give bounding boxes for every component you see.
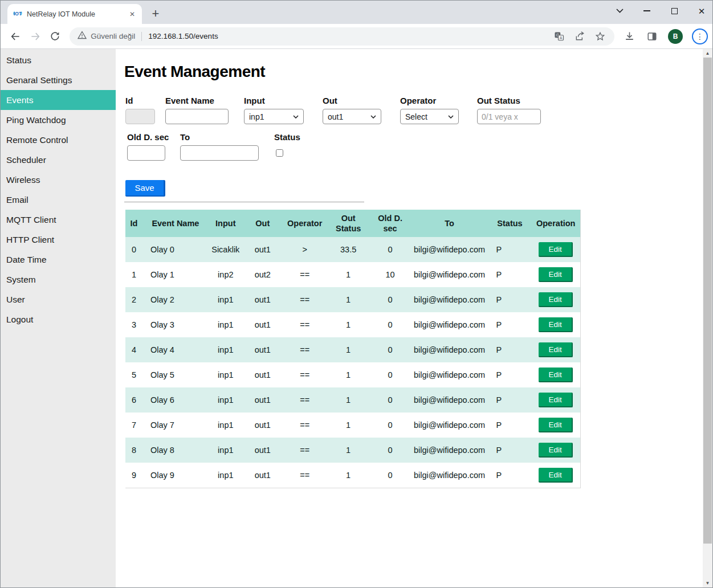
cell-event-name: Olay 9 bbox=[142, 463, 209, 488]
sidebar-item-logout[interactable]: Logout bbox=[1, 309, 116, 329]
event-name-field[interactable] bbox=[165, 109, 229, 124]
bookmark-star-icon[interactable] bbox=[594, 30, 606, 43]
edit-button[interactable]: Edit bbox=[539, 317, 573, 332]
cell-out: out1 bbox=[243, 287, 283, 312]
cell-operator: == bbox=[283, 438, 327, 463]
edit-button[interactable]: Edit bbox=[539, 342, 573, 357]
back-icon[interactable] bbox=[8, 29, 22, 44]
input-label: Input bbox=[244, 96, 304, 105]
scrollbar-down-icon[interactable]: ▼ bbox=[703, 579, 712, 587]
side-panel-icon[interactable] bbox=[645, 30, 659, 43]
minimize-button[interactable] bbox=[642, 6, 652, 16]
sidebar-item-genaral-settings[interactable]: Genaral Settings bbox=[1, 70, 116, 90]
cell-operator: == bbox=[283, 362, 327, 387]
cell-operator: == bbox=[283, 262, 327, 287]
profile-avatar[interactable]: B bbox=[668, 29, 683, 44]
sidebar-item-status[interactable]: Status bbox=[1, 50, 116, 70]
old-d-sec-field[interactable] bbox=[127, 145, 165, 161]
sidebar-item-system[interactable]: System bbox=[1, 270, 116, 289]
cell-event-name: Olay 4 bbox=[142, 337, 209, 362]
share-icon[interactable] bbox=[573, 30, 586, 43]
cell-operation: Edit bbox=[531, 287, 580, 312]
sidebar-item-user[interactable]: User bbox=[1, 289, 116, 309]
cell-out: out1 bbox=[243, 463, 283, 488]
maximize-button[interactable] bbox=[669, 6, 679, 16]
sidebar-item-date-time[interactable]: Date Time bbox=[1, 250, 116, 270]
out-select[interactable]: out1 bbox=[323, 109, 381, 124]
cell-status: P bbox=[488, 413, 532, 438]
tab-search-chevron-icon[interactable] bbox=[614, 6, 625, 16]
forward-icon[interactable] bbox=[28, 29, 42, 44]
out-label: Out bbox=[323, 96, 381, 105]
out-status-field[interactable] bbox=[477, 109, 541, 124]
sidebar-item-events[interactable]: Events bbox=[1, 90, 116, 110]
close-window-button[interactable]: ✕ bbox=[696, 6, 707, 16]
sidebar-item-ping-watchdog[interactable]: Ping Watchdog bbox=[1, 110, 116, 130]
edit-button[interactable]: Edit bbox=[539, 292, 573, 307]
edit-button[interactable]: Edit bbox=[539, 368, 573, 382]
security-label[interactable]: Güvenli değil bbox=[91, 32, 135, 40]
operator-select[interactable]: Select bbox=[400, 109, 459, 124]
sidebar-item-mqtt-client[interactable]: MQTT Client bbox=[1, 210, 116, 230]
cell-id: 7 bbox=[125, 413, 142, 438]
column-header-to: To bbox=[411, 210, 488, 237]
edit-button[interactable]: Edit bbox=[539, 242, 573, 257]
cell-operation: Edit bbox=[531, 312, 580, 337]
cell-out: out1 bbox=[243, 438, 283, 463]
cell-out: out1 bbox=[243, 387, 283, 413]
edit-button[interactable]: Edit bbox=[539, 393, 573, 407]
cell-id: 1 bbox=[125, 262, 142, 287]
cell-status: P bbox=[488, 237, 532, 262]
edit-button[interactable]: Edit bbox=[539, 468, 573, 483]
cell-out-status: 1 bbox=[327, 438, 370, 463]
status-checkbox[interactable] bbox=[276, 149, 283, 157]
cell-operation: Edit bbox=[531, 387, 580, 413]
download-icon[interactable] bbox=[622, 30, 636, 43]
out-select-value: out1 bbox=[328, 112, 343, 121]
cell-status: P bbox=[488, 362, 532, 387]
status-label: Status bbox=[274, 132, 300, 142]
cell-status: P bbox=[488, 438, 532, 463]
translate-icon[interactable]: G A bbox=[553, 30, 565, 43]
address-bar[interactable]: Güvenli değil 192.168.1.50/events G A bbox=[70, 27, 614, 46]
id-field[interactable] bbox=[125, 109, 155, 124]
reload-icon[interactable] bbox=[48, 29, 62, 44]
cell-status: P bbox=[488, 463, 532, 488]
scrollbar-up-icon[interactable]: ▲ bbox=[703, 49, 712, 58]
cell-id: 9 bbox=[125, 463, 142, 488]
scrollbar-thumb[interactable] bbox=[703, 58, 712, 544]
edit-button[interactable]: Edit bbox=[539, 418, 573, 432]
edit-button[interactable]: Edit bbox=[539, 443, 573, 458]
chevron-down-icon bbox=[370, 115, 376, 119]
save-button[interactable]: Save bbox=[125, 180, 165, 197]
form-divider bbox=[124, 202, 364, 202]
sidebar-item-remote-control[interactable]: Remote Control bbox=[1, 130, 116, 150]
events-table-body: 0Olay 0Sicaklikout1>33.50bilgi@wifidepo.… bbox=[125, 237, 581, 488]
omnibox-divider bbox=[141, 32, 142, 41]
cell-out-status: 1 bbox=[327, 262, 370, 287]
input-select[interactable]: inp1 bbox=[244, 109, 304, 124]
edit-button[interactable]: Edit bbox=[539, 267, 573, 282]
table-row: 5Olay 5inp1out1==10bilgi@wifidepo.comPEd… bbox=[125, 362, 581, 387]
to-field[interactable] bbox=[180, 145, 259, 161]
cell-operator: == bbox=[283, 312, 327, 337]
browser-menu-icon[interactable]: ⋮ bbox=[692, 28, 708, 44]
browser-tab[interactable]: IOT NetRelay IOT Module ✕ bbox=[7, 4, 142, 24]
tab-close-icon[interactable]: ✕ bbox=[127, 9, 137, 19]
page-scrollbar[interactable]: ▲ ▼ bbox=[703, 49, 712, 587]
table-row: 2Olay 2inp1out1==10bilgi@wifidepo.comPEd… bbox=[125, 287, 581, 312]
cell-out-status: 1 bbox=[327, 413, 370, 438]
cell-out: out2 bbox=[243, 262, 283, 287]
new-tab-button[interactable]: + bbox=[148, 6, 164, 22]
column-header-old-d-sec: Old D. sec bbox=[370, 210, 411, 237]
column-header-operator: Operator bbox=[283, 210, 327, 237]
sidebar-item-wireless[interactable]: Wireless bbox=[1, 170, 116, 190]
cell-event-name: Olay 2 bbox=[142, 287, 209, 312]
cell-out: out1 bbox=[243, 362, 283, 387]
url-text[interactable]: 192.168.1.50/events bbox=[148, 32, 218, 40]
sidebar-item-scheduler[interactable]: Scheduler bbox=[1, 150, 116, 170]
sidebar-item-email[interactable]: Email bbox=[1, 190, 116, 210]
column-header-out: Out bbox=[243, 210, 283, 237]
sidebar-item-http-client[interactable]: HTTP Client bbox=[1, 230, 116, 250]
chevron-down-icon bbox=[293, 115, 299, 119]
